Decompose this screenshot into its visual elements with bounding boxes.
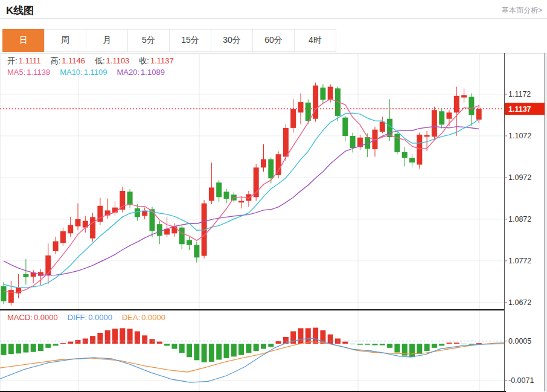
candle-body (1, 286, 7, 301)
candle-body (313, 86, 318, 119)
candle-body (476, 109, 482, 120)
candle-body (320, 88, 325, 100)
macd-bar (417, 344, 422, 354)
macd-bar (1, 344, 7, 355)
macd-bar (112, 329, 118, 344)
tab-15分[interactable]: 15分 (169, 29, 211, 52)
candle-body (387, 119, 392, 137)
macd-bar (105, 330, 110, 344)
macd-bar (75, 340, 81, 344)
macd-bar (328, 335, 333, 344)
macd-bar (60, 343, 66, 344)
candle-body (90, 217, 95, 238)
period-tabbar: 日周月5分15分30分60分4时 (2, 29, 336, 52)
macd-bar (394, 344, 400, 353)
candle-body (268, 159, 274, 179)
tab-月[interactable]: 月 (86, 29, 128, 52)
macd-bar (53, 344, 59, 345)
macd-bar (194, 344, 199, 360)
candle-body (439, 111, 444, 124)
candle-body (290, 109, 296, 128)
tab-日[interactable]: 日 (2, 29, 45, 52)
macd-bar (254, 344, 259, 351)
fundamental-analysis-link[interactable]: 基本面分析> (502, 5, 542, 16)
legend-pair: 收:1.1137 (139, 56, 173, 66)
candle-body (53, 241, 59, 251)
candle-body (380, 122, 385, 132)
y-axis-label: 1.0772 (508, 257, 531, 265)
macd-bar (16, 344, 21, 353)
macd-bar (380, 344, 385, 345)
scrollbar-track (545, 53, 547, 392)
macd-bar (171, 344, 177, 349)
tab-周[interactable]: 周 (44, 29, 86, 52)
macd-bar (373, 344, 378, 345)
macd-legend: MACD:0.0000DIFF:0.0000DEA:0.0000 (7, 313, 175, 322)
tab-60分[interactable]: 60分 (252, 29, 295, 52)
macd-bar (268, 344, 274, 347)
candle-body (461, 95, 467, 97)
tab-5分[interactable]: 5分 (127, 29, 170, 52)
candle-body (261, 159, 266, 168)
ma5-line (4, 99, 479, 292)
ohlc-legend: 开:1.1111高:1.1146低:1.1103收:1.1137 (7, 56, 184, 66)
tab-30分[interactable]: 30分 (211, 29, 253, 52)
macd-bar (342, 342, 348, 344)
macd-bar (216, 344, 222, 359)
macd-bar (68, 342, 73, 344)
candle-body (157, 224, 162, 236)
candle-body (194, 245, 199, 258)
macd-bar (276, 341, 281, 344)
macd-bar (90, 336, 95, 344)
candle-body (424, 135, 430, 137)
macd-bar (461, 344, 467, 344)
candle-body (394, 134, 400, 152)
candle-body (342, 118, 348, 136)
pane-divider (0, 309, 504, 310)
macd-bar (45, 344, 51, 348)
ma-legend: MA5:1.1138MA10:1.1109MA20:1.1089 (7, 68, 174, 77)
macd-bar (238, 344, 244, 355)
page-title: K线图 (6, 4, 34, 18)
macd-bar (387, 344, 392, 348)
tab-4时[interactable]: 4时 (294, 29, 336, 52)
macd-bar (164, 344, 170, 345)
macd-bar (209, 344, 214, 362)
candle-body (68, 225, 73, 234)
candle-body (23, 274, 28, 277)
candle-body (417, 135, 422, 165)
candle-body (171, 227, 177, 233)
legend-pair: MA10:1.1109 (60, 68, 107, 77)
legend-pair: DIFF:0.0000 (68, 313, 112, 322)
macd-bar (476, 343, 482, 344)
macd-bar (261, 344, 266, 349)
legend-pair: DEA:0.0000 (122, 313, 165, 322)
macd-bar (135, 331, 140, 344)
macd-bar (246, 344, 251, 353)
macd-axis-label: 0.0005 (508, 337, 531, 345)
candle-body (142, 211, 147, 216)
candle-body (350, 136, 356, 148)
macd-bar (224, 344, 229, 358)
candle-body (305, 103, 311, 121)
y-axis-label: 1.0872 (508, 215, 531, 223)
y-axis-label: 1.1172 (508, 90, 531, 98)
macd-bar (202, 344, 207, 362)
candle-body (60, 231, 66, 243)
y-axis-label: 1.1072 (508, 132, 531, 140)
macd-bar (365, 344, 370, 345)
macd-bar (447, 342, 452, 344)
macd-bar (142, 335, 147, 344)
candle-body (276, 154, 281, 175)
legend-pair: MACD:0.0000 (7, 313, 58, 322)
macd-bar (8, 344, 14, 354)
candle-body (238, 201, 244, 203)
macd-bar (127, 329, 133, 344)
macd-bar (409, 344, 415, 357)
kline-widget: 1.11721.10721.09721.08721.07721.06721.11… (0, 0, 547, 392)
macd-bar (97, 333, 103, 344)
macd-bar (231, 344, 237, 356)
current-price-tag-value: 1.1137 (508, 105, 531, 114)
candle-body (75, 219, 81, 227)
legend-pair: 低:1.1103 (95, 56, 129, 66)
